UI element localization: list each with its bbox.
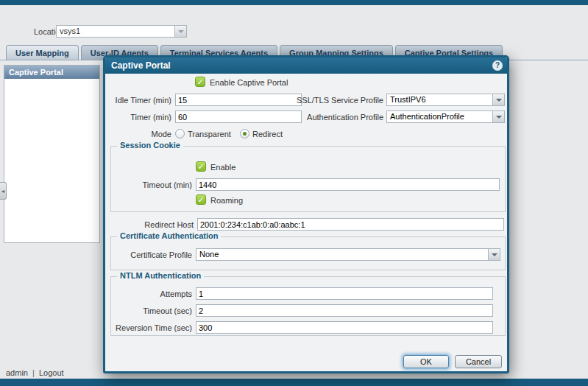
enable-captive-portal-checkbox[interactable]: ✓ xyxy=(195,77,205,87)
side-panel-title: Captive Portal xyxy=(4,66,99,79)
bottom-bar xyxy=(0,379,588,386)
check-icon: ✓ xyxy=(197,195,204,204)
reversion-time-label: Reversion Time (sec) xyxy=(115,323,192,332)
certificate-authentication-legend: Certificate Authentication xyxy=(117,231,221,240)
certificate-authentication-group: Certificate Authentication Certificate P… xyxy=(110,236,506,270)
tab-user-mapping[interactable]: User Mapping xyxy=(6,45,79,60)
check-icon: ✓ xyxy=(196,77,203,86)
ntlm-authentication-legend: NTLM Authentication xyxy=(117,271,204,280)
ntlm-authentication-group: NTLM Authentication Attempts Timeout (se… xyxy=(110,276,506,336)
mode-transparent-radio[interactable] xyxy=(175,129,185,138)
redirect-host-input[interactable] xyxy=(197,218,504,231)
idle-timer-label: Idle Timer (min) xyxy=(105,96,171,105)
help-icon[interactable]: ? xyxy=(492,60,503,71)
chevron-down-icon[interactable] xyxy=(492,94,504,105)
enable-captive-portal-label: Enable Captive Portal xyxy=(210,78,288,87)
session-cookie-enable-label: Enable xyxy=(210,163,235,172)
attempts-input[interactable] xyxy=(196,287,493,300)
chevron-down-icon[interactable] xyxy=(492,111,504,122)
timer-label: Timer (min) xyxy=(105,113,171,122)
mode-redirect-label: Redirect xyxy=(252,130,283,138)
cancel-button[interactable]: Cancel xyxy=(455,355,502,368)
roaming-label: Roaming xyxy=(210,196,243,205)
footer-separator: | xyxy=(32,368,35,377)
chevron-down-icon[interactable] xyxy=(174,26,186,37)
footer: admin | Logout xyxy=(6,368,64,377)
ntlm-timeout-label: Timeout (sec) xyxy=(115,306,192,315)
session-cookie-legend: Session Cookie xyxy=(117,141,183,150)
mode-label: Mode xyxy=(105,130,171,138)
ssl-tls-service-profile-value: TrustIPV6 xyxy=(390,95,491,104)
redirect-host-label: Redirect Host xyxy=(105,220,194,229)
ssl-tls-service-profile-select[interactable]: TrustIPV6 xyxy=(386,94,505,106)
chevron-down-icon[interactable] xyxy=(488,249,500,260)
mode-redirect-radio[interactable] xyxy=(240,129,249,138)
ntlm-timeout-input[interactable] xyxy=(196,304,493,317)
location-value: vsys1 xyxy=(60,27,80,35)
captive-portal-dialog: Captive Portal ? ✓ Enable Captive Portal… xyxy=(103,55,509,373)
location-select[interactable]: vsys1 xyxy=(56,25,187,38)
check-icon: ✓ xyxy=(197,162,204,171)
reversion-time-input[interactable] xyxy=(196,321,493,334)
roaming-checkbox[interactable]: ✓ xyxy=(196,194,206,205)
session-timeout-label: Timeout (min) xyxy=(115,180,192,189)
logout-link[interactable]: Logout xyxy=(39,368,64,377)
dialog-title: Captive Portal xyxy=(111,60,171,71)
authentication-profile-value: AuthenticationProfile xyxy=(390,112,491,121)
mode-transparent-label: Transparent xyxy=(188,130,231,138)
ssl-tls-service-profile-label: SSL/TLS Service Profile xyxy=(282,96,383,105)
ok-button[interactable]: OK xyxy=(403,355,449,368)
top-bar xyxy=(0,0,588,5)
app-screen: Location vsys1 User Mapping User-ID Agen… xyxy=(0,0,588,386)
certificate-profile-label: Certificate Profile xyxy=(115,250,192,259)
certificate-profile-value: None xyxy=(199,250,486,259)
footer-username: admin xyxy=(6,368,28,377)
attempts-label: Attempts xyxy=(115,290,192,298)
session-cookie-group: Session Cookie ✓ Enable Timeout (min) ✓ … xyxy=(110,146,506,212)
session-cookie-enable-checkbox[interactable]: ✓ xyxy=(196,161,206,172)
captive-portal-side-panel: Captive Portal xyxy=(4,65,100,243)
certificate-profile-select[interactable]: None xyxy=(196,248,500,261)
collapse-left-icon: ◄ xyxy=(1,189,6,194)
radio-dot xyxy=(243,132,247,136)
authentication-profile-select[interactable]: AuthenticationProfile xyxy=(386,110,505,123)
panel-collapse-handle[interactable]: ◄ xyxy=(0,182,7,200)
authentication-profile-label: Authentication Profile xyxy=(282,113,383,122)
session-timeout-input[interactable] xyxy=(196,178,500,191)
dialog-titlebar: Captive Portal ? xyxy=(105,57,507,74)
